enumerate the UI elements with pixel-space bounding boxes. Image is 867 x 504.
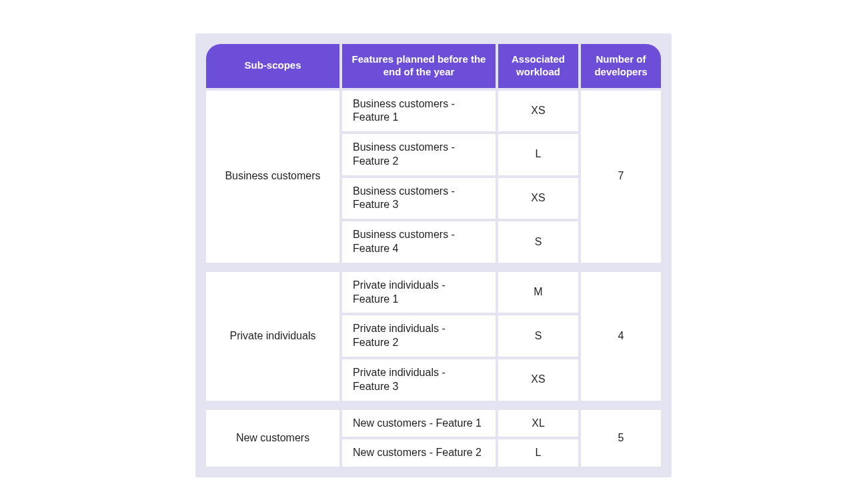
header-workload: Associated workload [498,44,578,88]
workload-cell: L [498,134,578,175]
developers-cell: 4 [581,272,661,401]
scope-table: Sub-scopes Features planned before the e… [203,41,664,469]
workload-cell: S [498,315,578,357]
table-panel: Sub-scopes Features planned before the e… [195,33,672,477]
workload-cell: S [498,221,578,263]
workload-cell: M [498,272,578,313]
feature-cell: Private individuals - Feature 1 [342,272,496,313]
header-sub-scopes: Sub-scopes [206,44,339,88]
feature-cell: Business customers - Feature 1 [342,91,496,132]
sub-scope-cell: Business customers [206,91,339,263]
workload-cell: XS [498,178,578,219]
header-features: Features planned before the end of the y… [342,44,496,88]
sub-scope-cell: Private individuals [206,272,339,401]
feature-cell: Business customers - Feature 2 [342,134,496,175]
sub-scope-cell: New customers [206,410,339,467]
header-developers: Number of developers [581,44,661,88]
table-row: New customers New customers - Feature 1 … [206,410,661,437]
workload-cell: XS [498,91,578,132]
developers-cell: 5 [581,410,661,467]
feature-cell: New customers - Feature 2 [342,439,496,467]
feature-cell: New customers - Feature 1 [342,410,496,437]
feature-cell: Business customers - Feature 3 [342,178,496,219]
table-row: Private individuals Private individuals … [206,272,661,313]
feature-cell: Private individuals - Feature 2 [342,315,496,357]
feature-cell: Business customers - Feature 4 [342,221,496,263]
workload-cell: L [498,439,578,467]
table-row: Business customers Business customers - … [206,91,661,132]
workload-cell: XS [498,359,578,401]
developers-cell: 7 [581,91,661,263]
feature-cell: Private individuals - Feature 3 [342,359,496,401]
workload-cell: XL [498,410,578,437]
